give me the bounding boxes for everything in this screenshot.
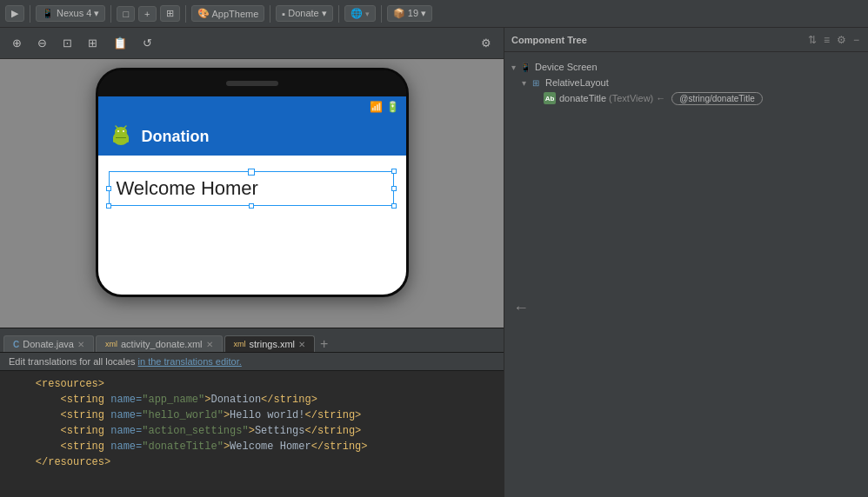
device-selector[interactable]: 📱 Nexus 4 ▾ <box>36 5 105 22</box>
xml-icon-2: xml <box>234 340 246 348</box>
separator-3 <box>185 5 186 23</box>
code-line-2: <string name="app_name">Donation</string… <box>10 392 493 408</box>
donate-title-node-label: donateTitle (TextView) ← @string/donateT… <box>559 93 763 103</box>
fit-button[interactable]: ⊡ <box>57 34 77 52</box>
xml-icon-1: xml <box>105 340 117 348</box>
tab-activity-xml[interactable]: xml activity_donate.xml ✕ <box>96 335 223 352</box>
tab-close-strings-xml[interactable]: ✕ <box>298 340 305 349</box>
tabs-bar: C Donate.java ✕ xml activity_donate.xml … <box>0 328 504 353</box>
info-bar: Edit translations for all locales in the… <box>0 353 504 371</box>
tab-strings-xml[interactable]: xml strings.xml ✕ <box>224 335 316 352</box>
layout-btn-2[interactable]: + <box>138 6 156 22</box>
code-line-3: <string name="hello_world">Hello world!<… <box>10 408 493 423</box>
svg-point-3 <box>115 127 127 136</box>
translations-link[interactable]: in the translations editor. <box>138 356 242 367</box>
theme-icon: 🎨 <box>197 8 210 19</box>
string-reference-chip: @string/donateTitle <box>671 92 763 105</box>
tab-close-donate-java[interactable]: ✕ <box>77 340 84 349</box>
svg-point-5 <box>123 130 124 132</box>
resize-handle-bm[interactable] <box>249 203 254 209</box>
code-line-1: <resources> <box>10 376 493 392</box>
separator-1 <box>30 5 30 23</box>
left-panel: ⊕ ⊖ ⊡ ⊞ 📋 ↺ ⚙ 📶 🔋 <box>0 28 504 497</box>
locale-button[interactable]: 🌐 ▾ <box>344 5 376 22</box>
resize-handle-mr[interactable] <box>391 186 397 191</box>
design-toolbar: ⊕ ⊖ ⊡ ⊞ 📋 ↺ ⚙ <box>0 28 504 59</box>
resize-handle-bl[interactable] <box>106 203 111 209</box>
component-tree: ▾ 📱 Device Screen ▾ ⊞ RelativeLayout ▾ A… <box>504 52 868 247</box>
right-bottom-empty <box>504 317 868 498</box>
code-line-5: <string name="donateTitle">Welcome Homer… <box>10 439 493 454</box>
java-icon: C <box>13 340 19 349</box>
code-line-4: <string name="action_settings">Settings<… <box>10 423 493 439</box>
layout-btn-1[interactable]: □ <box>117 6 135 22</box>
donate-button[interactable]: ▪ Donate ▾ <box>276 5 332 22</box>
run-button[interactable]: ▶ <box>5 5 24 22</box>
svg-line-6 <box>116 126 117 128</box>
right-panel: Component Tree ⇅ ≡ ⚙ − ▾ 📱 Device Screen… <box>504 28 868 497</box>
tree-item-relative-layout[interactable]: ▾ ⊞ RelativeLayout <box>504 75 868 90</box>
relative-layout-icon: ⊞ <box>530 76 542 89</box>
tab-donate-java[interactable]: C Donate.java ✕ <box>3 335 94 352</box>
separator-5 <box>338 5 339 23</box>
code-line-6: </resources> <box>10 454 493 470</box>
svg-rect-1 <box>113 136 116 142</box>
textview-icon: Ab <box>544 92 556 104</box>
relative-layout-label: RelativeLayout <box>545 77 609 88</box>
preview-area: 📶 🔋 Donati <box>0 59 504 328</box>
separator-6 <box>381 5 382 23</box>
welcome-text-box[interactable]: Welcome Homer <box>109 171 394 206</box>
settings-button[interactable]: ⚙ <box>476 34 497 52</box>
tree-close-icon[interactable]: − <box>851 32 861 48</box>
theme-button[interactable]: 🎨 AppTheme <box>191 5 265 22</box>
tree-icon-1[interactable]: ⇅ <box>806 32 818 48</box>
component-tree-title: Component Tree <box>511 35 803 45</box>
app-title: Donation <box>142 128 210 146</box>
expand-arrow-device: ▾ <box>511 63 516 72</box>
phone-mockup: 📶 🔋 Donati <box>96 68 409 297</box>
left-arrow-indicator: ← <box>513 299 868 317</box>
action-bar: Donation <box>98 117 406 156</box>
api-button[interactable]: 📦 19 ▾ <box>387 5 432 22</box>
component-tree-header: Component Tree ⇅ ≡ ⚙ − <box>504 28 868 52</box>
tree-item-donate-title[interactable]: ▾ Ab donateTitle (TextView) ← @string/do… <box>504 90 868 106</box>
tab-close-activity-xml[interactable]: ✕ <box>206 340 213 349</box>
tree-icon-2[interactable]: ≡ <box>822 32 831 48</box>
zoom-out-button[interactable]: ⊖ <box>32 34 52 52</box>
device-screen-label: Device Screen <box>535 62 598 72</box>
separator-2 <box>110 5 111 23</box>
android-robot-icon <box>109 124 133 149</box>
wifi-icon: 📶 <box>370 101 383 113</box>
code-area[interactable]: <resources> <string name="app_name">Dona… <box>0 371 504 497</box>
layout-btn-3[interactable]: ⊞ <box>160 5 180 22</box>
status-bar: 📶 🔋 <box>98 96 406 117</box>
phone-top-bar <box>98 70 406 96</box>
resize-handle-tr[interactable] <box>391 169 397 174</box>
globe-icon: 🌐 <box>351 8 363 19</box>
resize-handle-ml[interactable] <box>106 186 111 191</box>
nexus-icon: 📱 <box>42 8 54 19</box>
separator-4 <box>270 5 270 23</box>
battery-icon: 🔋 <box>386 101 399 113</box>
tree-item-device-screen[interactable]: ▾ 📱 Device Screen <box>504 59 868 75</box>
svg-rect-2 <box>126 136 129 142</box>
top-toolbar: ▶ 📱 Nexus 4 ▾ □ + ⊞ 🎨 AppTheme ▪ Donate … <box>0 0 868 28</box>
api-icon: 📦 <box>393 8 405 19</box>
donate-btn-icon: ▪ <box>282 9 285 19</box>
resize-handle-br[interactable] <box>391 203 397 209</box>
screenshot-button[interactable]: 📋 <box>108 34 132 52</box>
connector-area: ← <box>504 299 868 317</box>
tree-settings-icon[interactable]: ⚙ <box>835 32 848 48</box>
run-icon: ▶ <box>11 8 18 19</box>
refresh-button[interactable]: ↺ <box>137 34 157 52</box>
zoom-in-button[interactable]: ⊕ <box>7 34 27 52</box>
zoom-actual-button[interactable]: ⊞ <box>83 34 103 52</box>
svg-rect-8 <box>116 137 126 138</box>
bottom-panel: C Donate.java ✕ xml activity_donate.xml … <box>0 328 504 497</box>
welcome-text-label: Welcome Homer <box>117 177 258 199</box>
svg-line-7 <box>124 126 126 128</box>
svg-point-4 <box>117 130 119 132</box>
phone-content: Welcome Homer <box>98 156 406 295</box>
device-screen-icon: 📱 <box>519 61 531 73</box>
add-tab-button[interactable]: + <box>317 336 331 352</box>
